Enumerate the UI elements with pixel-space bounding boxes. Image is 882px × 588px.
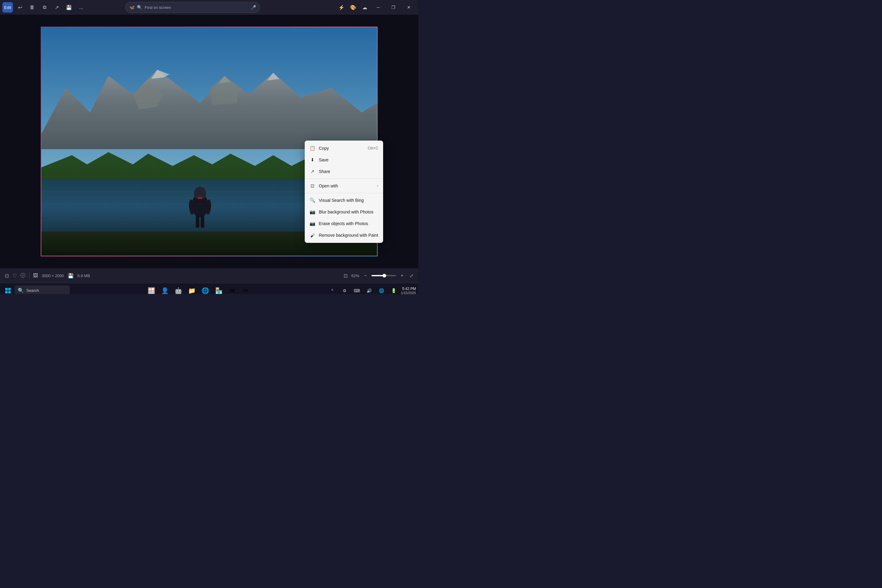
dimensions-icon: 🖼 (33, 273, 38, 278)
taskbar-app-edge[interactable]: 🌐 (200, 285, 212, 294)
delete-button[interactable]: 🗑 (27, 2, 38, 12)
menu-item-share[interactable]: ↗ Share (305, 166, 383, 177)
copy-icon: 📋 (310, 146, 315, 151)
search-text: Find on screen (144, 5, 248, 10)
taskbar-app-store[interactable]: 🏪 (213, 285, 225, 294)
browser-icon: 🦋 (129, 5, 135, 10)
undo-button[interactable]: ↩ (15, 2, 25, 12)
menu-item-open-with[interactable]: ⊡ Open with › (305, 180, 383, 192)
share-button-toolbar[interactable]: ↗ (51, 2, 62, 12)
restore-button[interactable]: ❐ (387, 2, 400, 13)
menu-item-blur-bg[interactable]: 📷 Blur background with Photos (305, 206, 383, 218)
remove-bg-label: Remove background with Paint (319, 233, 378, 238)
copy-shortcut: Ctrl+C (368, 146, 378, 150)
windows-logo-icon (5, 288, 11, 293)
submenu-arrow-icon: › (377, 184, 378, 188)
copy-label: Copy (319, 146, 364, 151)
menu-item-visual-search[interactable]: 🔍 Visual Search with Bing (305, 195, 383, 206)
address-bar[interactable]: 🦋 🔍 Find on screen 🎤 (125, 2, 260, 13)
search-icon: 🔍 (137, 5, 142, 10)
info-icon[interactable]: ⓘ (21, 273, 26, 279)
systray-network-icon[interactable]: 🌐 (376, 286, 386, 294)
menu-item-copy[interactable]: 📋 Copy Ctrl+C (305, 142, 383, 154)
window-controls: ⚡ 🎨 ☁ ─ ❐ ✕ (336, 2, 416, 13)
zoom-in-button[interactable]: + (398, 272, 406, 279)
taskbar-apps: 🪟 👤 🤖 📁 🌐 🏪 ✉ ✂ (71, 285, 326, 294)
filesize-icon: 💾 (68, 273, 74, 279)
copy-button-toolbar[interactable]: ⧉ (39, 2, 50, 12)
systray-settings-icon[interactable]: ⚙ (340, 286, 350, 294)
view-mode-icon[interactable]: ⊡ (344, 273, 348, 279)
zoom-control: 62% − + (351, 272, 406, 279)
bing-icon: 🔍 (310, 198, 315, 203)
taskbar-app-person[interactable]: 👤 (159, 285, 171, 294)
taskbar-app-files[interactable]: 📁 (186, 285, 198, 294)
menu-item-remove-bg[interactable]: 🖌 Remove background with Paint (305, 230, 383, 241)
taskbar-clock[interactable]: 5:42 PM 1/15/2025 (401, 286, 416, 294)
collections-icon[interactable]: 🎨 (348, 2, 358, 12)
taskbar-app-explorer[interactable]: 🪟 (146, 285, 158, 294)
context-menu: 📋 Copy Ctrl+C ⬇ Save ↗ Share ⊡ Open with… (305, 141, 383, 243)
save-icon: ⬇ (310, 157, 315, 163)
systray-keyboard-icon[interactable]: ⌨ (352, 286, 362, 294)
erase-objects-label: Erase objects with Photos (319, 221, 378, 226)
taskbar-search-icon: 🔍 (18, 288, 24, 293)
taskbar-app-mail[interactable]: ✉ (226, 285, 238, 294)
open-with-icon: ⊡ (310, 183, 315, 189)
photos-icon-blur: 📷 (310, 209, 315, 214)
open-with-label: Open with (319, 183, 374, 188)
save-label: Save (319, 158, 378, 162)
systray-volume-icon[interactable]: 🔊 (364, 286, 374, 294)
file-size: 6.9 MB (78, 273, 90, 278)
zoom-out-button[interactable]: − (362, 272, 369, 279)
taskbar-search-box[interactable]: 🔍 Search (15, 285, 70, 294)
taskbar: 🔍 Search 🪟 👤 🤖 📁 🌐 🏪 ✉ ✂ ^ ⚙ ⌨ 🔊 🌐 🔋 5:4… (0, 283, 418, 294)
systray-chevron[interactable]: ^ (327, 286, 337, 294)
extensions-icon[interactable]: ⚡ (336, 2, 346, 12)
close-button[interactable]: ✕ (402, 2, 416, 13)
systray-battery-icon[interactable]: 🔋 (388, 286, 398, 294)
blur-bg-label: Blur background with Photos (319, 210, 378, 214)
svg-rect-22 (8, 288, 11, 290)
share-icon: ↗ (310, 169, 315, 174)
image-dimensions: 3000 × 2000 (42, 273, 64, 278)
statusbar: ⊡ ♡ ⓘ 🖼 3000 × 2000 💾 6.9 MB ⊡ 62% − + ⤢ (0, 268, 418, 283)
zoom-slider[interactable] (372, 275, 396, 276)
more-button-toolbar[interactable]: ... (76, 2, 86, 12)
share-label: Share (319, 169, 378, 174)
statusbar-right: ⊡ 62% − + ⤢ (344, 272, 413, 279)
edit-button[interactable]: Edit (3, 2, 13, 12)
titlebar: Edit ↩ 🗑 ⧉ ↗ 💾 ... 🦋 🔍 Find on screen 🎤 … (0, 0, 418, 15)
zoom-slider-thumb (382, 274, 386, 278)
taskbar-search-label: Search (26, 288, 39, 293)
menu-item-erase-objects[interactable]: 📷 Erase objects with Photos (305, 218, 383, 230)
edit-label: Edit (4, 5, 11, 10)
save-button-toolbar[interactable]: 💾 (64, 2, 74, 12)
zoom-percent-label: 62% (351, 273, 359, 278)
menu-divider-2 (305, 193, 383, 193)
menu-item-save[interactable]: ⬇ Save (305, 154, 383, 166)
screencast-icon[interactable]: ⊡ (5, 273, 9, 279)
taskbar-time: 5:42 PM (401, 286, 416, 291)
photos-icon-erase: 📷 (310, 221, 315, 226)
taskbar-date: 1/15/2025 (401, 291, 416, 294)
fit-screen-icon[interactable]: ⤢ (410, 273, 413, 279)
svg-rect-23 (5, 291, 8, 293)
taskbar-app-snip[interactable]: ✂ (240, 285, 252, 294)
image-container: 📋 Copy Ctrl+C ⬇ Save ↗ Share ⊡ Open with… (41, 27, 378, 256)
svg-rect-24 (8, 291, 11, 293)
paint-icon: 🖌 (310, 232, 315, 238)
minimize-button[interactable]: ─ (371, 2, 385, 13)
svg-rect-21 (5, 288, 8, 290)
visual-search-label: Visual Search with Bing (319, 198, 378, 203)
viewer-area: 📋 Copy Ctrl+C ⬇ Save ↗ Share ⊡ Open with… (0, 15, 418, 268)
taskbar-systray: ^ ⚙ ⌨ 🔊 🌐 🔋 5:42 PM 1/15/2025 (327, 286, 416, 294)
start-button[interactable] (3, 285, 14, 294)
taskbar-app-ai[interactable]: 🤖 (172, 285, 184, 294)
menu-divider-1 (305, 178, 383, 179)
mic-icon: 🎤 (251, 5, 256, 10)
favorite-icon[interactable]: ♡ (12, 273, 17, 279)
onedrive-icon[interactable]: ☁ (360, 2, 370, 12)
